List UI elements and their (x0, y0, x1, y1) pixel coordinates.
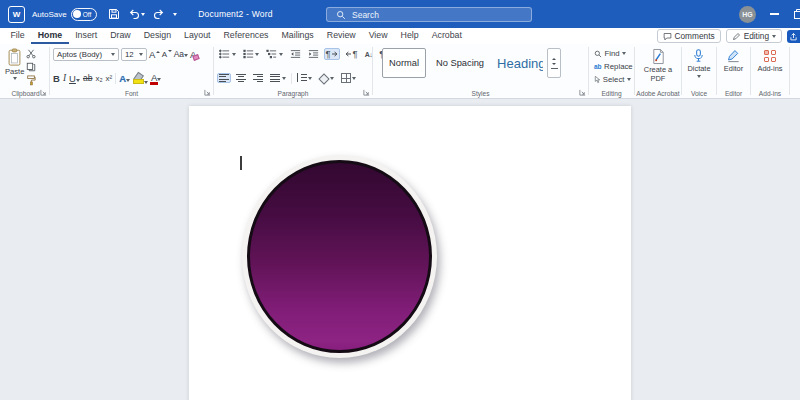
select-button[interactable]: Select (594, 73, 631, 86)
minimize-button[interactable] (770, 13, 779, 14)
editor-group: Editor Editor (717, 44, 750, 98)
paragraph-dialog-launcher[interactable] (363, 89, 370, 96)
autosave-switch[interactable]: Off (71, 8, 98, 21)
addins-button[interactable]: Add-ins (757, 47, 782, 73)
autosave-toggle[interactable]: AutoSave Off (32, 8, 97, 21)
copy-button[interactable] (26, 62, 36, 72)
search-placeholder: Search (352, 10, 379, 20)
cut-button[interactable] (26, 49, 36, 59)
undo-dropdown-icon[interactable] (141, 13, 145, 16)
numbering-button[interactable] (241, 48, 262, 60)
autosave-state: Off (83, 11, 92, 18)
align-center-button[interactable] (234, 73, 248, 83)
tab-mailings[interactable]: Mailings (275, 28, 320, 44)
decrease-indent-icon (290, 49, 301, 59)
style-normal[interactable]: Normal (382, 48, 426, 78)
shading-button[interactable] (317, 73, 336, 83)
tab-file[interactable]: File (4, 28, 31, 44)
numbered-list-icon (243, 49, 254, 59)
increase-indent-button[interactable] (306, 48, 321, 60)
italic-button[interactable]: I (63, 73, 66, 83)
share-button[interactable]: Share (787, 30, 800, 43)
grow-font-button[interactable]: A (149, 49, 160, 60)
quick-access-overflow-button[interactable] (173, 13, 177, 16)
document-title: Document2 - Word (198, 9, 272, 19)
find-button[interactable]: Find (594, 47, 631, 60)
restore-window-button[interactable] (793, 8, 800, 20)
font-size-chevron-icon (139, 53, 143, 56)
bullets-button[interactable] (217, 48, 238, 60)
highlight-chevron-icon (144, 81, 148, 84)
save-button[interactable] (108, 8, 120, 20)
style-heading-1[interactable]: Heading 1 (494, 48, 544, 78)
align-left-button[interactable] (217, 73, 231, 83)
editor-button[interactable]: Editor (724, 47, 743, 74)
styles-group: Normal No Spacing Heading 1 Styles (373, 44, 588, 98)
ltr-text-direction-button[interactable]: ¶ (324, 48, 341, 60)
purple-circle-fill (247, 160, 432, 353)
format-painter-button[interactable] (26, 75, 36, 86)
align-right-button[interactable] (251, 73, 265, 83)
replace-button[interactable]: ab Replace (594, 60, 631, 73)
document-page[interactable] (189, 106, 631, 400)
tab-view[interactable]: View (362, 28, 394, 44)
tab-acrobat[interactable]: Acrobat (425, 28, 468, 44)
tab-draw[interactable]: Draw (104, 28, 138, 44)
superscript-button[interactable]: x² (106, 74, 113, 83)
decrease-indent-button[interactable] (288, 48, 303, 60)
tab-insert[interactable]: Insert (69, 28, 104, 44)
clipboard-group: Paste Clipboard (2, 44, 49, 98)
tab-home[interactable]: Home (31, 28, 68, 44)
rtl-text-direction-button[interactable]: ¶ (343, 48, 360, 60)
search-box[interactable]: Search (326, 7, 532, 22)
replace-label: Replace (604, 62, 633, 71)
replace-icon: ab (594, 63, 602, 70)
text-effects-chevron-icon (126, 79, 130, 82)
strikethrough-button[interactable]: ab (83, 73, 92, 83)
tab-references[interactable]: References (217, 28, 275, 44)
font-color-button[interactable]: A (151, 74, 161, 82)
tab-design[interactable]: Design (137, 28, 177, 44)
multilevel-list-button[interactable] (264, 48, 285, 60)
change-case-button[interactable]: Aa (174, 49, 188, 59)
find-icon (594, 50, 602, 58)
clear-formatting-button[interactable]: A (190, 49, 196, 60)
font-name-combobox[interactable]: Aptos (Body) (53, 48, 119, 61)
paste-chevron-icon (13, 77, 17, 80)
styles-dialog-launcher[interactable] (579, 89, 586, 96)
justify-icon (270, 74, 280, 82)
gallery-down-icon (552, 63, 556, 65)
justify-button[interactable] (268, 73, 288, 83)
purple-circle-shape[interactable] (242, 155, 437, 358)
borders-button[interactable] (339, 72, 359, 84)
font-group: Aptos (Body) 12 A A Aa A B I U ab x₂ x² (50, 44, 213, 98)
tab-review[interactable]: Review (320, 28, 362, 44)
editing-mode-button[interactable]: Editing (726, 29, 782, 43)
subscript-button[interactable]: x₂ (95, 74, 102, 83)
styles-gallery-more-button[interactable] (547, 48, 561, 78)
redo-button[interactable] (153, 8, 165, 20)
autosave-knob (73, 10, 81, 18)
tab-layout[interactable]: Layout (178, 28, 217, 44)
font-dialog-launcher[interactable] (204, 89, 211, 96)
text-highlight-button[interactable] (133, 73, 148, 84)
paste-label: Paste (5, 67, 24, 76)
line-spacing-button[interactable] (295, 72, 315, 84)
grow-font-label: A (149, 49, 155, 60)
account-avatar[interactable]: HG (739, 6, 756, 23)
bold-button[interactable]: B (53, 73, 60, 84)
undo-button[interactable] (128, 8, 145, 20)
dialog-launcher-icon (579, 89, 586, 96)
paste-button[interactable]: Paste (5, 47, 24, 86)
tab-help[interactable]: Help (394, 28, 425, 44)
dictate-button[interactable]: Dictate (687, 47, 710, 78)
font-size-combobox[interactable]: 12 (121, 48, 147, 61)
comments-button[interactable]: Comments (657, 29, 721, 43)
underline-button[interactable]: U (69, 73, 80, 84)
clipboard-dialog-launcher[interactable] (40, 89, 47, 96)
shrink-font-button[interactable]: A (162, 50, 172, 59)
style-no-spacing[interactable]: No Spacing (429, 48, 491, 78)
create-pdf-button[interactable]: Create a PDF (641, 47, 675, 83)
text-effects-button[interactable]: A (119, 73, 130, 84)
word-app-icon[interactable]: W (8, 6, 25, 23)
